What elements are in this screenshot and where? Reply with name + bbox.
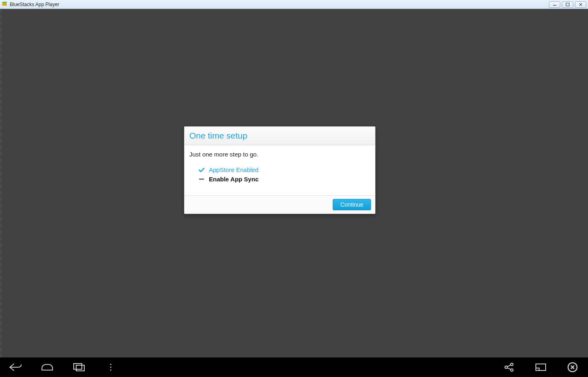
setup-item-appstore: AppStore Enabled <box>189 165 370 174</box>
dialog-body: Just one more step to go. AppStore Enabl… <box>184 145 375 195</box>
bluestacks-icon <box>2 2 7 7</box>
svg-rect-1 <box>566 3 569 6</box>
window-title: BlueStacks App Player <box>10 2 59 7</box>
dialog-header: One time setup <box>184 127 375 145</box>
svg-point-4 <box>110 364 111 365</box>
svg-rect-10 <box>536 364 546 370</box>
dialog-footer: Continue <box>184 195 375 214</box>
svg-rect-2 <box>76 365 84 371</box>
dialog-subtitle: Just one more step to go. <box>189 151 370 158</box>
menu-icon[interactable] <box>103 362 119 373</box>
svg-point-5 <box>110 366 111 368</box>
close-app-icon[interactable] <box>564 362 581 373</box>
back-icon[interactable] <box>7 362 24 373</box>
check-icon <box>198 167 205 173</box>
home-icon[interactable] <box>39 362 55 373</box>
continue-button[interactable]: Continue <box>333 199 371 210</box>
minimize-button[interactable] <box>549 1 560 8</box>
share-icon[interactable] <box>501 362 517 373</box>
recents-icon[interactable] <box>71 362 87 373</box>
fullscreen-icon[interactable] <box>533 362 549 373</box>
svg-point-9 <box>511 369 513 371</box>
setup-item-appsync: Enable App Sync <box>189 174 370 184</box>
window-titlebar: BlueStacks App Player <box>0 0 588 9</box>
maximize-button[interactable] <box>562 1 573 8</box>
left-edge-artifact <box>0 9 2 357</box>
one-time-setup-dialog: One time setup Just one more step to go.… <box>184 126 375 214</box>
setup-item-label: AppStore Enabled <box>209 166 259 173</box>
svg-point-8 <box>505 366 507 368</box>
setup-item-label: Enable App Sync <box>209 176 259 183</box>
svg-rect-3 <box>74 364 82 369</box>
app-client-area: One time setup Just one more step to go.… <box>0 9 588 377</box>
close-button[interactable] <box>575 1 586 8</box>
android-nav-bar <box>0 357 588 377</box>
dialog-title: One time setup <box>189 131 370 141</box>
svg-point-6 <box>110 369 111 370</box>
svg-point-7 <box>511 363 513 366</box>
dash-icon <box>198 179 205 180</box>
